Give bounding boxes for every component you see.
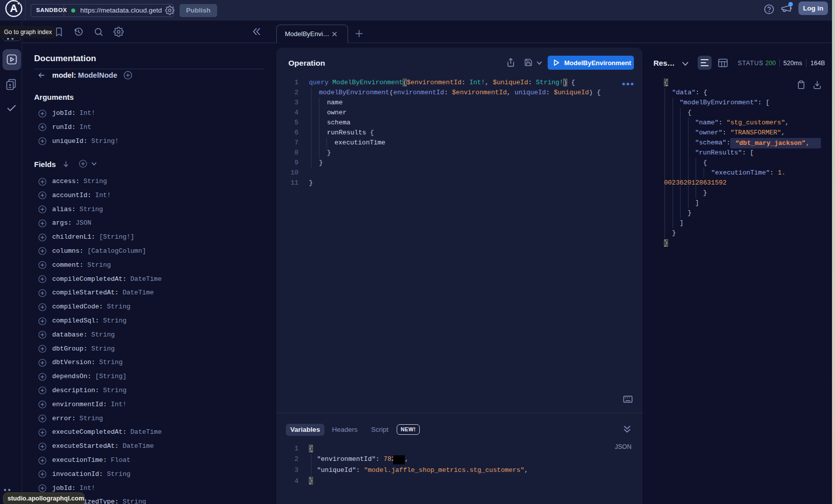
svg-text:A: A <box>10 3 18 15</box>
